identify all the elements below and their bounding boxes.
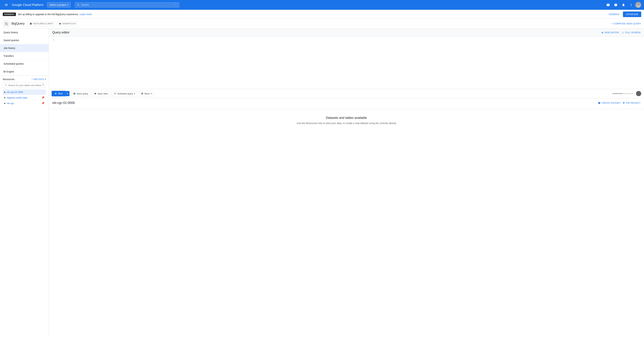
scrollbar-area [612, 93, 634, 94]
expand-chevron-icon-2: ▶ [4, 96, 6, 99]
resources-section: Resources + ADD DATA ▾ ? ▶ isb-cgc-01-00… [0, 76, 48, 108]
sidebar-navigation: Query history Saved queries Job history … [0, 28, 48, 76]
play-icon [54, 92, 57, 95]
learn-more-link[interactable]: Learn more [80, 13, 92, 16]
sandbox-actions: DISMISS UPGRADE [607, 12, 641, 17]
query-editor-header: Query editor HIDE EDITOR FULL SCREEN [49, 28, 644, 36]
dark-circle [636, 91, 641, 96]
save-view-button[interactable]: Save view [92, 91, 110, 96]
line-numbers: 1 [49, 36, 56, 89]
bigquery-title: BigQuery [12, 22, 24, 26]
sidebar-item-saved-queries[interactable]: Saved queries [0, 36, 48, 44]
create-dataset-button[interactable]: CREATE DATASET [598, 102, 620, 104]
expand-chevron-icon: ▶ [4, 91, 6, 94]
tree-item-isb-cgc[interactable]: ▶ isb-cgc 📌 [3, 100, 46, 106]
shortcuts-button[interactable]: SHORTCUTS [57, 21, 78, 26]
search-resources-icon [5, 84, 7, 86]
help-icon[interactable] [612, 2, 619, 8]
project-name: isb-cgc-01-0006 [52, 101, 75, 105]
query-input[interactable] [56, 36, 644, 89]
schedule-icon [114, 92, 116, 95]
add-data-button[interactable]: + ADD DATA ▾ [32, 78, 46, 80]
email-icon[interactable] [604, 2, 612, 8]
sandbox-message: Set up billing to upgrade to the full Bi… [18, 13, 92, 16]
bq-nav-buttons: FEATURES & INFO SHORTCUTS [27, 21, 78, 26]
dismiss-button[interactable]: DISMISS [607, 12, 622, 17]
schedule-dropdown-icon: ▾ [134, 92, 135, 95]
search-dropdown-icon [174, 4, 177, 6]
run-button-group: Run ▾ [52, 91, 70, 96]
svg-line-3 [7, 25, 8, 26]
save-query-button[interactable]: Save query [71, 91, 90, 96]
hide-editor-button[interactable]: HIDE EDITOR [601, 31, 619, 34]
bigquery-logo: BigQuery [3, 20, 24, 27]
top-navigation: Google Cloud Platform Select a project ▾ [0, 0, 644, 10]
help-circle-icon[interactable]: ? [42, 84, 44, 87]
tree-item-bigquery-public-data[interactable]: ▶ bigquery-public-data 📌 [3, 95, 46, 100]
settings-icon [141, 92, 144, 95]
features-info-button[interactable]: FEATURES & INFO [27, 21, 55, 26]
user-avatar[interactable] [635, 2, 641, 8]
code-area: 1 [49, 36, 644, 89]
nav-icons [604, 2, 641, 8]
save-query-icon [73, 92, 76, 95]
sidebar-item-query-history[interactable]: Query history [0, 28, 48, 36]
project-selector[interactable]: Select a project ▾ [47, 2, 70, 8]
dropdown-arrow-icon: ▾ [45, 78, 46, 80]
tree-item-isb-cgc-01-0006[interactable]: ▶ isb-cgc-01-0006 [3, 90, 46, 95]
search-icon [77, 4, 80, 6]
hide-editor-icon [601, 31, 604, 34]
query-editor-actions: HIDE EDITOR FULL SCREEN [601, 31, 640, 34]
sidebar-item-job-history[interactable]: Job history [0, 44, 48, 52]
search-bar[interactable] [75, 2, 179, 8]
app-title: Google Cloud Platform [12, 3, 44, 7]
full-screen-button[interactable]: FULL SCREEN [622, 31, 640, 34]
search-resources-input[interactable] [8, 84, 41, 86]
project-selector-label: Select a project [49, 4, 66, 6]
run-dropdown-button[interactable]: ▾ [66, 91, 70, 96]
sidebar-item-scheduled-queries[interactable]: Scheduled queries [0, 60, 48, 68]
resources-title: Resources [3, 78, 14, 81]
upgrade-button[interactable]: UPGRADE [623, 12, 641, 17]
sidebar-item-bi-engine[interactable]: BI Engine [0, 68, 48, 76]
chevron-down-icon: ▾ [67, 4, 68, 6]
fullscreen-icon [622, 31, 624, 34]
datasets-section: Datasets and tables available Use the Re… [49, 109, 644, 337]
datasets-title: Datasets and tables available [52, 116, 640, 120]
bigquery-header: BigQuery FEATURES & INFO SHORTCUTS + COM… [0, 19, 644, 28]
sidebar-item-transfers[interactable]: Transfers [0, 52, 48, 60]
pin-icon-isb-cgc: 📌 [42, 102, 44, 104]
query-editor-title: Query editor [52, 31, 70, 34]
run-button[interactable]: Run [52, 91, 66, 96]
compose-new-query-button[interactable]: + COMPOSE NEW QUERY [612, 22, 641, 25]
info-icon [30, 22, 32, 25]
more-button[interactable]: More ▾ [139, 91, 154, 96]
expand-chevron-icon-3: ▶ [4, 102, 6, 104]
schedule-query-button[interactable]: Schedule query ▾ [112, 91, 137, 96]
sidebar: Query history Saved queries Job history … [0, 28, 49, 337]
query-toolbar: Run ▾ Save query Save view [49, 89, 644, 98]
project-actions: CREATE DATASET PIN PROJECT [598, 102, 640, 104]
notifications-icon[interactable] [620, 2, 627, 8]
more-dropdown-icon: ▾ [151, 92, 152, 95]
hamburger-menu[interactable] [3, 2, 10, 8]
project-section: isb-cgc-01-0006 CREATE DATASET PIN PROJE… [49, 98, 644, 109]
create-dataset-icon [598, 102, 600, 104]
bigquery-logo-icon [3, 20, 10, 27]
main-content: Query editor HIDE EDITOR FULL SCREEN [49, 28, 644, 337]
resources-header: Resources + ADD DATA ▾ [3, 78, 46, 81]
sandbox-badge: SANDBOX [3, 12, 16, 16]
save-view-icon [94, 92, 96, 95]
pin-project-button[interactable]: PIN PROJECT [622, 102, 640, 104]
datasets-subtitle: Use the Resources tree to view your data… [52, 122, 640, 124]
search-resources[interactable]: ? [3, 82, 46, 88]
more-options-icon[interactable] [628, 2, 634, 8]
main-layout: Query history Saved queries Job history … [0, 28, 644, 337]
keyboard-icon [59, 22, 61, 25]
pin-icon-bigquery: 📌 [42, 96, 44, 99]
project-header: isb-cgc-01-0006 CREATE DATASET PIN PROJE… [52, 101, 640, 105]
pin-project-icon [622, 102, 625, 104]
sandbox-bar: SANDBOX Set up billing to upgrade to the… [0, 10, 644, 19]
search-input[interactable] [81, 4, 173, 6]
